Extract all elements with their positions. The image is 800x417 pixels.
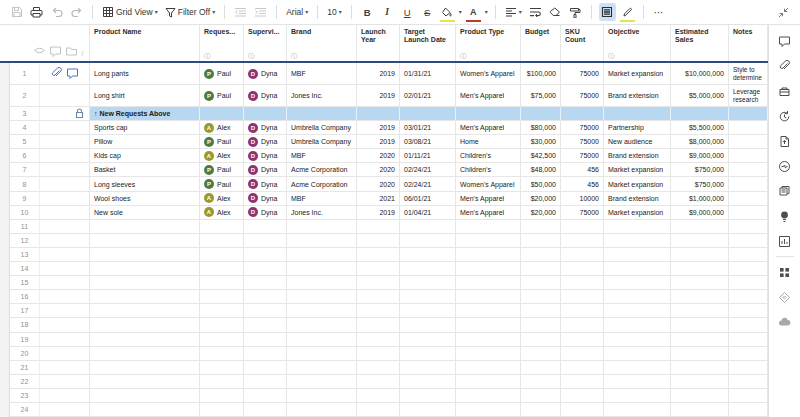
empty-cell-target[interactable] <box>400 361 456 375</box>
row-indicator-cell[interactable] <box>40 248 90 262</box>
fill-color-button[interactable] <box>439 3 456 21</box>
empty-cell-type[interactable] <box>456 262 521 276</box>
empty-cell-objective[interactable] <box>604 234 671 248</box>
empty-cell-objective[interactable] <box>604 220 671 234</box>
cell-requested[interactable]: PPaul <box>200 135 244 149</box>
cell-brand[interactable]: Umbrella Company <box>287 135 357 149</box>
cell-year[interactable]: 2020 <box>357 149 400 163</box>
empty-cell-product[interactable] <box>90 318 200 332</box>
cell-year[interactable]: 2019 <box>357 206 400 220</box>
cell-brand[interactable]: Acme Corporation <box>287 177 357 191</box>
column-header-target[interactable]: Target Launch Date <box>400 25 456 61</box>
redo-button[interactable] <box>68 3 85 21</box>
empty-cell-budget[interactable] <box>521 304 561 318</box>
empty-cell-budget[interactable] <box>521 262 561 276</box>
empty-cell-product[interactable] <box>90 290 200 304</box>
row-indicator-cell[interactable] <box>40 163 90 177</box>
cell-supervisor[interactable]: DDyna <box>244 135 287 149</box>
empty-cell-sku[interactable] <box>561 318 604 332</box>
cell-requested[interactable]: AAlex <box>200 206 244 220</box>
banner-cell-brand[interactable] <box>287 107 357 121</box>
row-number[interactable]: 12 <box>10 234 40 248</box>
empty-cell-budget[interactable] <box>521 333 561 347</box>
empty-cell-target[interactable] <box>400 318 456 332</box>
row-number[interactable]: 7 <box>10 163 40 177</box>
cell-brand[interactable]: MBF <box>287 192 357 206</box>
empty-cell-sales[interactable] <box>671 262 729 276</box>
row-indicator-cell[interactable] <box>40 107 90 121</box>
save-button[interactable] <box>8 3 25 21</box>
cell-budget[interactable]: $75,000 <box>521 85 561 107</box>
empty-cell-requested[interactable] <box>200 276 244 290</box>
empty-cell-target[interactable] <box>400 304 456 318</box>
bold-button[interactable]: B <box>359 3 376 21</box>
banner-cell-supervisor[interactable] <box>244 107 287 121</box>
empty-cell-sku[interactable] <box>561 389 604 403</box>
row-format-button[interactable] <box>599 3 616 21</box>
cell-notes[interactable] <box>729 163 768 177</box>
attachment-icon[interactable] <box>778 59 792 73</box>
cell-objective[interactable]: Market expansion <box>604 177 671 191</box>
italic-button[interactable]: I <box>379 3 396 21</box>
empty-cell-type[interactable] <box>456 333 521 347</box>
empty-cell-supervisor[interactable] <box>244 318 287 332</box>
empty-cell-objective[interactable] <box>604 375 671 389</box>
empty-cell-budget[interactable] <box>521 248 561 262</box>
empty-cell-sales[interactable] <box>671 361 729 375</box>
empty-cell-supervisor[interactable] <box>244 248 287 262</box>
cell-target[interactable]: 02/01/21 <box>400 85 456 107</box>
strikethrough-button[interactable]: S <box>419 3 436 21</box>
cell-target[interactable]: 06/01/21 <box>400 192 456 206</box>
empty-cell-supervisor[interactable] <box>244 304 287 318</box>
cell-budget[interactable]: $50,000 <box>521 177 561 191</box>
cell-type[interactable]: Men's Apparel <box>456 121 521 135</box>
empty-cell-product[interactable] <box>90 403 200 417</box>
cell-budget[interactable]: $30,000 <box>521 135 561 149</box>
row-indicator-cell[interactable] <box>40 262 90 276</box>
cell-target[interactable]: 01/31/21 <box>400 63 456 85</box>
empty-cell-supervisor[interactable] <box>244 389 287 403</box>
cell-notes[interactable] <box>729 121 768 135</box>
empty-cell-supervisor[interactable] <box>244 333 287 347</box>
clear-format-button[interactable] <box>547 3 564 21</box>
empty-cell-target[interactable] <box>400 403 456 417</box>
empty-cell-notes[interactable] <box>729 304 768 318</box>
column-header-objective[interactable]: Objectiveⓘ <box>604 25 671 61</box>
cell-notes[interactable] <box>729 206 768 220</box>
empty-cell-brand[interactable] <box>287 347 357 361</box>
banner-cell-year[interactable] <box>357 107 400 121</box>
cell-type[interactable]: Home <box>456 135 521 149</box>
cell-budget[interactable]: $100,000 <box>521 63 561 85</box>
empty-cell-type[interactable] <box>456 318 521 332</box>
empty-cell-notes[interactable] <box>729 403 768 417</box>
column-header-notes[interactable]: Notes <box>729 25 768 61</box>
empty-cell-notes[interactable] <box>729 276 768 290</box>
column-header-sales[interactable]: Estimated Sales <box>671 25 729 61</box>
cell-objective[interactable]: New audience <box>604 135 671 149</box>
cell-supervisor[interactable]: DDyna <box>244 177 287 191</box>
empty-cell-budget[interactable] <box>521 375 561 389</box>
row-indicator-cell[interactable] <box>40 63 90 85</box>
empty-cell-target[interactable] <box>400 333 456 347</box>
empty-cell-sku[interactable] <box>561 276 604 290</box>
empty-cell-brand[interactable] <box>287 234 357 248</box>
info-icon[interactable]: ⓘ <box>460 53 467 60</box>
print-button[interactable] <box>28 3 45 21</box>
empty-cell-notes[interactable] <box>729 389 768 403</box>
cell-target[interactable]: 02/24/21 <box>400 177 456 191</box>
cell-year[interactable]: 2021 <box>357 192 400 206</box>
empty-cell-requested[interactable] <box>200 304 244 318</box>
cell-sku[interactable]: 75000 <box>561 63 604 85</box>
empty-cell-objective[interactable] <box>604 290 671 304</box>
empty-cell-requested[interactable] <box>200 220 244 234</box>
cell-brand[interactable]: Jones Inc. <box>287 206 357 220</box>
row-number[interactable]: 21 <box>10 361 40 375</box>
row-number[interactable]: 1 <box>10 63 40 85</box>
row-number[interactable]: 3 <box>10 107 40 121</box>
row-indicator-cell[interactable] <box>40 177 90 191</box>
cell-requested[interactable]: PPaul <box>200 85 244 107</box>
cell-supervisor[interactable]: DDyna <box>244 63 287 85</box>
row-number[interactable]: 8 <box>10 177 40 191</box>
cell-brand[interactable]: MBF <box>287 149 357 163</box>
empty-cell-requested[interactable] <box>200 347 244 361</box>
